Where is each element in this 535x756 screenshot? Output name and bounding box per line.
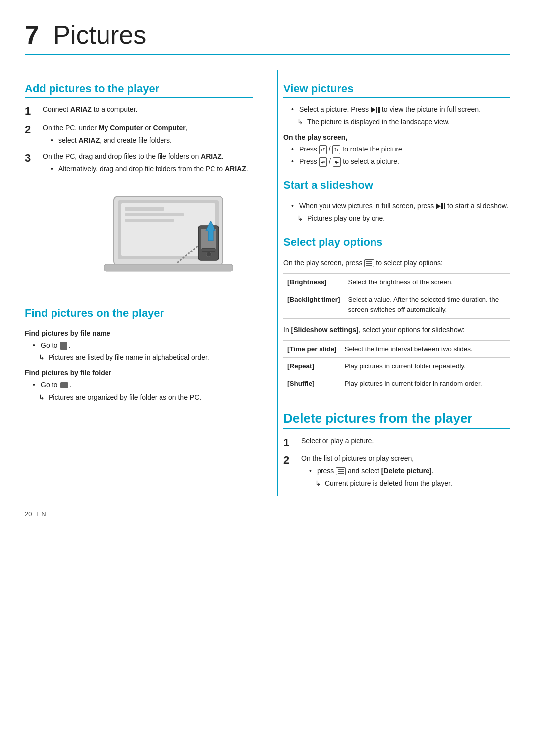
ss-val-time: Select the time interval between two sli… xyxy=(341,340,510,357)
add-step-3-bullets: Alternatively, drag and drop file folder… xyxy=(51,164,253,174)
select-right-icon: •▸ xyxy=(333,157,341,167)
find-by-filename-heading: Find pictures by file name xyxy=(25,329,253,337)
find-filefolder-arrow-1: Pictures are organized by file folder as… xyxy=(39,392,253,403)
delete-step-2: 2 On the list of pictures or play screen… xyxy=(283,454,510,491)
on-play-screen-heading: On the play screen, xyxy=(283,133,510,141)
right-column: View pictures Select a picture. Press to… xyxy=(277,70,510,496)
view-main-arrows: The picture is displayed in the landscap… xyxy=(297,117,510,127)
options-val-brightness: Select the brightness of the screen. xyxy=(344,274,510,291)
device-illustration-container xyxy=(25,186,253,295)
playpause-icon-2 xyxy=(436,203,445,209)
add-step-1: 1 Connect ARIAZ to a computer. xyxy=(25,104,253,119)
rotate-right-icon: ↻ xyxy=(332,145,340,154)
menu-icon-1 xyxy=(364,259,374,267)
chapter-heading: 7 Pictures xyxy=(25,20,510,55)
add-step-2: 2 On the PC, under My Computer or Comput… xyxy=(25,123,253,148)
view-bullet-1: Select a picture. Press to view the pict… xyxy=(291,104,510,115)
find-section-heading: Find pictures on the player xyxy=(25,307,253,322)
my-computer-bold: My Computer xyxy=(99,124,143,132)
add-step-3: 3 On the PC, drag and drop files to the … xyxy=(25,151,253,176)
playpause-icon xyxy=(371,107,380,113)
view-main-bullets: Select a picture. Press to view the pict… xyxy=(291,104,510,115)
select-left-icon: ◂• xyxy=(319,157,327,167)
add-step-2-bullets: select ARIAZ, and create file folders. xyxy=(51,135,253,146)
delete-step-1: 1 Select or play a picture. xyxy=(283,436,510,450)
slideshow-bullets: When you view pictures in full screen, p… xyxy=(291,201,510,211)
play-options-section-heading: Select play options xyxy=(283,236,510,251)
find-by-filename-arrows: Pictures are listed by file name in alph… xyxy=(39,353,253,363)
find-by-filefolder-bullets: Go to . xyxy=(33,380,253,390)
options-row-brightness: [Brightness] Select the brightness of th… xyxy=(283,274,510,291)
ss-row-time: [Time per slide] Select the time interva… xyxy=(283,340,510,357)
view-arrow-1: The picture is displayed in the landscap… xyxy=(297,117,510,127)
ss-key-shuffle: [Shuffle] xyxy=(283,375,341,393)
folder-icon xyxy=(60,382,68,388)
find-filefolder-bullet-1: Go to . xyxy=(33,380,253,390)
play-screen-bullet-1: Press ↺ / ↻ to rotate the picture. xyxy=(291,144,510,154)
options-val-backlight: Select a value. After the selected time … xyxy=(344,291,510,319)
ss-key-repeat: [Repeat] xyxy=(283,358,341,375)
chapter-number: 7 xyxy=(25,20,39,49)
delete-steps-list: 1 Select or play a picture. 2 On the lis… xyxy=(283,436,510,491)
options-row-backlight: [Backlight timer] Select a value. After … xyxy=(283,291,510,319)
svg-rect-12 xyxy=(202,248,215,249)
play-screen-bullets: Press ↺ / ↻ to rotate the picture. Press… xyxy=(291,144,510,167)
options-key-brightness: [Brightness] xyxy=(283,274,344,291)
slideshow-options-table: [Time per slide] Select the time interva… xyxy=(283,340,510,393)
page-footer: 20 EN xyxy=(25,510,510,518)
svg-point-9 xyxy=(206,252,211,257)
slideshow-bullet-1: When you view pictures in full screen, p… xyxy=(291,201,510,211)
footer-language: EN xyxy=(37,510,46,518)
delete-step-2-arrows: Current picture is deleted from the play… xyxy=(315,478,510,489)
footer-page-number: 20 xyxy=(25,510,32,518)
ss-row-repeat: [Repeat] Play pictures in current folder… xyxy=(283,358,510,375)
find-filename-arrow-1: Pictures are listed by file name in alph… xyxy=(39,353,253,363)
ariaz-bold-1: ARIAZ xyxy=(70,105,92,113)
bullet-alternatively: Alternatively, drag and drop file folder… xyxy=(51,164,253,174)
slideshow-arrows: Pictures play one by one. xyxy=(297,213,510,224)
play-options-table: [Brightness] Select the brightness of th… xyxy=(283,273,510,319)
ss-key-time: [Time per slide] xyxy=(283,340,341,357)
device-illustration xyxy=(45,186,233,295)
delete-bullet-1: press and select [Delete picture]. xyxy=(309,466,510,476)
slideshow-section-heading: Start a slideshow xyxy=(283,179,510,194)
add-section-heading: Add pictures to the player xyxy=(25,82,253,98)
left-column: Add pictures to the player 1 Connect ARI… xyxy=(25,70,258,496)
ss-row-shuffle: [Shuffle] Play pictures in current folde… xyxy=(283,375,510,393)
svg-rect-13 xyxy=(202,251,215,252)
svg-rect-5 xyxy=(125,213,184,216)
ss-val-shuffle: Play pictures in current folder in rando… xyxy=(341,375,510,393)
ss-val-repeat: Play pictures in current folder repeated… xyxy=(341,358,510,375)
file-icon xyxy=(60,342,67,350)
play-options-intro: On the play screen, press to select play… xyxy=(283,258,510,268)
delete-arrow-1: Current picture is deleted from the play… xyxy=(315,478,510,489)
bullet-select-ariaz: select ARIAZ, and create file folders. xyxy=(51,135,253,146)
play-screen-bullet-2: Press ◂• / •▸ to select a picture. xyxy=(291,156,510,167)
delete-step-2-bullets: press and select [Delete picture]. xyxy=(309,466,510,476)
delete-section-heading: Delete pictures from the player xyxy=(283,411,510,429)
find-filename-bullet-1: Go to . xyxy=(33,340,253,351)
rotate-left-icon: ↺ xyxy=(319,145,327,154)
options-key-backlight: [Backlight timer] xyxy=(283,291,344,319)
computer-bold: Computer xyxy=(153,124,186,132)
view-section-heading: View pictures xyxy=(283,82,510,98)
svg-rect-6 xyxy=(125,219,174,222)
chapter-title: Pictures xyxy=(53,20,146,49)
svg-rect-2 xyxy=(104,264,233,271)
slideshow-settings-intro: In [Slideshow settings], select your opt… xyxy=(283,325,510,335)
add-steps-list: 1 Connect ARIAZ to a computer. 2 On the … xyxy=(25,104,253,176)
svg-rect-4 xyxy=(125,207,164,211)
menu-icon-2 xyxy=(336,467,346,475)
find-by-filename-bullets: Go to . xyxy=(33,340,253,351)
find-by-filefolder-arrows: Pictures are organized by file folder as… xyxy=(39,392,253,403)
find-by-filefolder-heading: Find pictures by file folder xyxy=(25,369,253,377)
slideshow-arrow-1: Pictures play one by one. xyxy=(297,213,510,224)
